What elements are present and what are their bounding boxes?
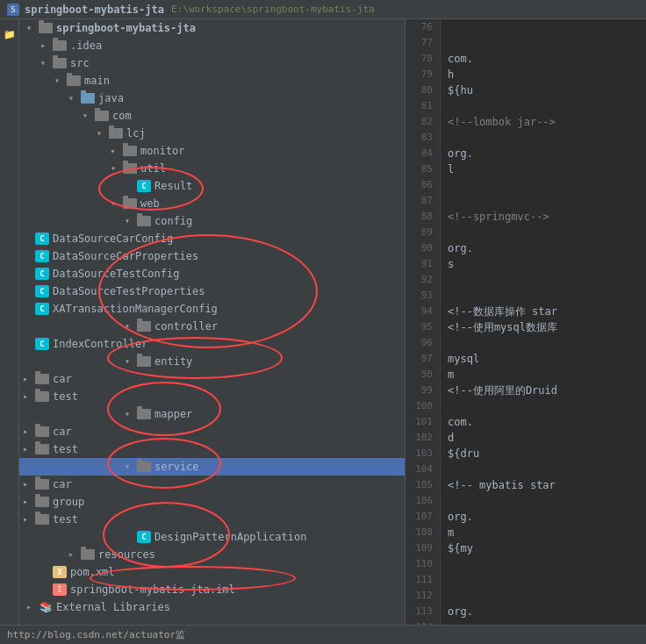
tree-item-service-group[interactable]: group xyxy=(19,493,405,511)
line-num-113: 113 xyxy=(406,604,433,619)
line-num-83: 83 xyxy=(406,130,433,146)
tree-label-extlibs: External Libraries xyxy=(56,601,170,613)
tree-arrow-com xyxy=(83,111,93,121)
project-path: E:\workspace\springboot-mybatis-jta xyxy=(171,4,375,15)
status-bar: http://blog.csdn.net/actuator监 xyxy=(0,625,646,644)
line-num-88: 88 xyxy=(406,209,433,225)
tree-item-com[interactable]: com xyxy=(19,107,405,125)
tree-icon-service-car xyxy=(35,479,49,490)
code-line-82: <!--lombok jar--> xyxy=(448,114,646,130)
code-line-80: ${hu xyxy=(448,82,646,98)
line-num-96: 96 xyxy=(406,335,433,351)
code-line-94: <!--数据库操作 star xyxy=(448,304,646,319)
tree-item-service-car[interactable]: car xyxy=(19,476,405,493)
line-num-102: 102 xyxy=(406,430,433,446)
code-line-76 xyxy=(448,19,646,35)
tree-item-lcj[interactable]: lcj xyxy=(19,125,405,142)
project-icon-bar[interactable]: 📁 xyxy=(2,26,18,42)
left-toolbar: 📁 xyxy=(0,19,19,625)
code-line-83 xyxy=(448,130,646,146)
code-line-110 xyxy=(448,556,646,572)
line-num-98: 98 xyxy=(406,367,433,383)
line-num-87: 87 xyxy=(406,193,433,209)
tree-icon-mapper-test xyxy=(35,444,49,454)
tree-item-result[interactable]: CResult xyxy=(19,177,405,195)
code-line-87 xyxy=(448,193,646,209)
line-num-76: 76 xyxy=(406,19,433,35)
annotation-oval-5 xyxy=(103,502,230,568)
line-numbers: 7677787980818283848586878889909192939495… xyxy=(406,19,441,625)
code-line-77 xyxy=(448,35,646,51)
tree-label-com: com xyxy=(112,110,132,122)
line-num-110: 110 xyxy=(406,556,433,572)
tree-label-lcj: lcj xyxy=(126,127,146,140)
code-line-105: <!-- mybatis star xyxy=(448,477,646,493)
tree-icon-resources xyxy=(81,549,95,560)
code-line-107: org. xyxy=(448,509,646,525)
line-num-85: 85 xyxy=(406,161,433,177)
annotation-oval-6 xyxy=(90,566,296,590)
code-line-79: h xyxy=(448,67,646,82)
tree-arrow-service-car xyxy=(23,479,33,490)
tree-label-service-group: group xyxy=(53,496,84,508)
code-line-97: mysql xyxy=(448,351,646,367)
tree-item-extlibs[interactable]: 📚External Libraries xyxy=(19,598,405,616)
tree-label-test: test xyxy=(53,390,78,403)
file-tree-panel: springboot-mybatis-jta.ideasrcmainjavaco… xyxy=(19,19,406,625)
tree-item-main[interactable]: main xyxy=(19,72,405,89)
tree-arrow-config xyxy=(125,216,135,226)
tree-item-mapper-car[interactable]: car xyxy=(19,423,405,440)
tree-icon-datasourcetestconfig: C xyxy=(35,268,49,280)
tree-item-util[interactable]: util xyxy=(19,160,405,177)
tree-label-mapper-test: test xyxy=(53,443,78,455)
code-line-85: l xyxy=(448,161,646,177)
tree-icon-datasourcetestprops: C xyxy=(35,285,49,297)
tree-item-config[interactable]: config xyxy=(19,212,405,230)
line-num-77: 77 xyxy=(406,35,433,51)
main-container: 📁 springboot-mybatis-jta.ideasrcmainjava… xyxy=(0,19,646,625)
tree-label-monitor: monitor xyxy=(140,145,185,157)
tree-icon-com xyxy=(95,111,109,121)
code-line-106 xyxy=(448,493,646,509)
tree-icon-root xyxy=(39,23,53,33)
tree-item-monitor[interactable]: monitor xyxy=(19,142,405,160)
tree-item-java[interactable]: java xyxy=(19,89,405,107)
line-num-80: 80 xyxy=(406,82,433,98)
status-url: http://blog.csdn.net/actuator监 xyxy=(7,628,185,641)
line-num-99: 99 xyxy=(406,383,433,398)
tree-label-mapper-car: car xyxy=(53,426,72,438)
code-line-93 xyxy=(448,288,646,304)
tree-icon-pom: X xyxy=(53,566,67,578)
tree-label-service-car: car xyxy=(53,478,72,490)
line-num-109: 109 xyxy=(406,540,433,556)
tree-label-main: main xyxy=(84,75,110,87)
tree-item-root[interactable]: springboot-mybatis-jta xyxy=(19,19,405,37)
line-num-79: 79 xyxy=(406,67,433,82)
line-num-107: 107 xyxy=(406,509,433,525)
tree-icon-datasourcecarprops: C xyxy=(35,250,49,262)
code-line-112 xyxy=(448,588,646,604)
tree-icon-mapper-car xyxy=(35,426,49,437)
line-num-82: 82 xyxy=(406,114,433,130)
line-num-84: 84 xyxy=(406,146,433,161)
code-line-101: com. xyxy=(448,414,646,430)
tree-icon-iml: I xyxy=(53,583,67,596)
tree-item-src[interactable]: src xyxy=(19,54,405,72)
code-line-104 xyxy=(448,462,646,477)
line-num-112: 112 xyxy=(406,588,433,604)
annotation-oval-3 xyxy=(107,382,221,436)
project-name: springboot-mybatis-jta xyxy=(25,4,164,16)
tree-icon-config xyxy=(137,216,151,226)
tree-item-web[interactable]: web xyxy=(19,195,405,212)
tree-arrow-src xyxy=(40,58,51,68)
annotation-oval-2 xyxy=(107,337,283,379)
tree-arrow-extlibs xyxy=(26,602,37,612)
tree-icon-idea xyxy=(53,40,67,51)
line-num-105: 105 xyxy=(406,477,433,493)
tree-icon-service-test xyxy=(35,514,49,525)
code-line-96 xyxy=(448,335,646,351)
code-content: 7677787980818283848586878889909192939495… xyxy=(406,19,646,625)
code-line-89 xyxy=(448,225,646,240)
tree-item-idea[interactable]: .idea xyxy=(19,37,405,54)
tree-icon-car xyxy=(35,374,49,384)
